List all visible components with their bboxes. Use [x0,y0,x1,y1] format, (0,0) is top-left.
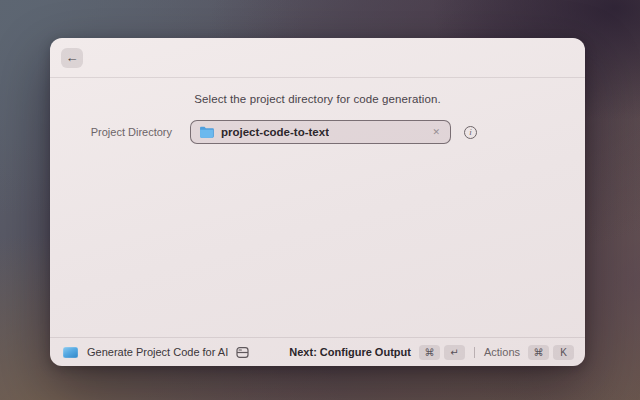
command-key-icon: ⌘ [419,345,440,360]
project-directory-input[interactable]: project-code-to-text ✕ [190,120,451,144]
command-name: Generate Project Code for AI [87,346,228,358]
footer-bar: Generate Project Code for AI Next: Confi… [50,337,585,366]
instruction-text: Select the project directory for code ge… [50,93,585,105]
project-directory-row: Project Directory project-code-to-text ✕… [50,120,585,144]
command-key-icon: ⌘ [528,345,549,360]
main-content: Select the project directory for code ge… [50,78,585,337]
clear-input-icon[interactable]: ✕ [430,126,442,139]
back-arrow-icon: ← [66,50,79,65]
primary-action-button[interactable]: Next: Configure Output [289,346,411,358]
return-key-icon: ↵ [444,345,465,360]
project-directory-label: Project Directory [50,126,172,138]
panel-icon [236,346,249,359]
extension-icon [63,347,78,358]
info-glyph: i [469,128,472,137]
back-button[interactable]: ← [61,48,83,68]
info-icon[interactable]: i [464,126,477,139]
project-directory-value: project-code-to-text [221,126,329,138]
actions-button[interactable]: Actions [484,346,520,358]
window-header: ← [50,38,585,78]
folder-icon [199,126,214,138]
desktop-wallpaper: ← Select the project directory for code … [0,0,640,400]
app-window: ← Select the project directory for code … [50,38,585,366]
footer-divider [474,347,475,358]
k-key-icon: K [553,345,574,360]
